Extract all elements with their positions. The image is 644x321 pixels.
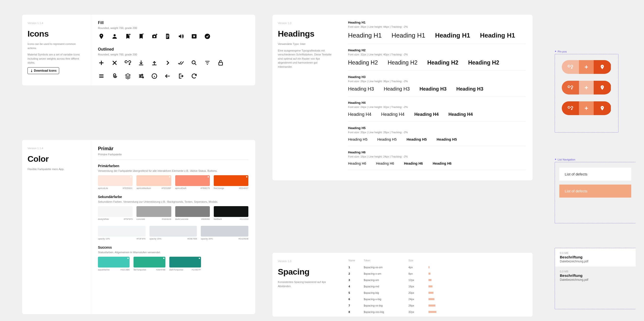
secondary-swatch-row-2: opacity 10%#F3F4F6 opacity 15%#E5E7EB op… bbox=[98, 226, 248, 240]
spacing-version: Version 1.0 bbox=[278, 260, 336, 262]
swatch-hex: #A6A6A6 bbox=[162, 218, 171, 220]
pin-pos-label: Pin-pos bbox=[554, 50, 567, 53]
fill-subtitle: Rounded, weight 700, grade 200 bbox=[98, 26, 248, 30]
success-desc: Statusfarben. Allgemeinen in Warnstufen … bbox=[98, 251, 248, 254]
heading-meta: Font size: 36px | Line height: 44px | Tr… bbox=[348, 25, 526, 28]
heading-sample-medium: Heading H5 bbox=[377, 137, 396, 141]
upload-icon bbox=[151, 60, 158, 66]
swatch-hex: #1A8D7F bbox=[192, 268, 201, 271]
heading-sample-semibold: Heading H2 bbox=[427, 60, 458, 66]
svg-point-8 bbox=[192, 60, 195, 64]
entry-size: 0,0 MB bbox=[560, 252, 631, 254]
svg-point-2 bbox=[154, 36, 155, 38]
swatch-hex: #E5E7EB bbox=[187, 238, 197, 240]
arrow-left-icon bbox=[164, 73, 171, 80]
done-all-icon bbox=[178, 60, 184, 66]
pill-variant-3[interactable] bbox=[562, 101, 611, 115]
swatch-name: liteTurquoise bbox=[134, 268, 146, 271]
camera-add-icon bbox=[151, 33, 158, 40]
heading-sample-semibold: Heading H4 bbox=[414, 112, 438, 117]
heading-meta: Font size: 32px | Line height: 40px | Tr… bbox=[348, 53, 526, 56]
swatch-hex: #EE4D07 bbox=[239, 187, 248, 190]
swatch-hex: #FEE6DC bbox=[123, 187, 133, 190]
list-nav-label: List Navigation bbox=[554, 158, 575, 161]
heading-sample-regular: Heading H2 bbox=[348, 60, 378, 66]
heading-sample-semibold: Heading H6 bbox=[404, 162, 423, 166]
heading-sample-regular: Heading H6 bbox=[348, 162, 366, 166]
plus-icon bbox=[98, 60, 105, 66]
swatch-name: dustyWhite bbox=[98, 218, 109, 220]
cancel-presentation-icon bbox=[191, 33, 198, 40]
heading-sample-regular: Heading H1 bbox=[348, 32, 382, 39]
swatch-name: apricotDark bbox=[175, 187, 186, 190]
swatch-hex: #F5F5F5 bbox=[124, 218, 133, 220]
heading-sample-regular: Heading H5 bbox=[348, 137, 368, 141]
swatch: darkTurquoise#1A8D7F bbox=[169, 257, 201, 271]
entry-item[interactable]: 0,0 MB Beschriftung Dateibezeichnung.pdf bbox=[555, 248, 636, 266]
outlined-icon-grid bbox=[98, 60, 226, 80]
heading-meta: Font size: 18px | Line height: 24px | Tr… bbox=[348, 155, 526, 158]
svg-rect-3 bbox=[167, 35, 169, 36]
menu-icon bbox=[98, 73, 105, 80]
swatch-name: apricotMedium bbox=[136, 187, 151, 190]
list-entry-frame: List Entry 0,0 MB Beschriftung Dateibeze… bbox=[555, 248, 636, 309]
pill-variant-1[interactable] bbox=[562, 60, 611, 74]
swatch: darkConcrete#808080 bbox=[175, 206, 210, 220]
person-icon bbox=[111, 33, 118, 40]
pill-variant-2[interactable] bbox=[562, 81, 611, 94]
filter-icon bbox=[204, 60, 211, 66]
swatch-hex: #D1D5DB bbox=[238, 238, 248, 240]
swatch: liteTurquoise#29AF8B bbox=[134, 257, 165, 271]
heading-meta: Font size: 28px | Line height: 36px | Tr… bbox=[348, 80, 526, 83]
primarfarben-desc: Verwendung der Farbpalette übergreifend … bbox=[98, 169, 248, 172]
layers-icon bbox=[124, 73, 131, 80]
list-item-active[interactable]: List of defects bbox=[559, 184, 631, 198]
entry-item-alt[interactable]: 0,0 MB Beschriftung Dateibezeichnung.pdf bbox=[555, 266, 636, 285]
list-item[interactable]: List of defects bbox=[559, 168, 631, 180]
heading-row: Heading H2 Font size: 32px | Line height… bbox=[348, 48, 526, 71]
swatch-hex: #F3F4F6 bbox=[136, 238, 146, 240]
headings-desc-2: Eine ausgewogene Typografieskala mit ver… bbox=[278, 48, 332, 69]
swatch-name: opacity 20% bbox=[201, 238, 213, 240]
svg-rect-5 bbox=[167, 37, 168, 38]
search-icon bbox=[191, 60, 198, 66]
icons-title: Icons bbox=[28, 29, 86, 38]
swatch-hex: #FB8D75 bbox=[200, 187, 210, 190]
heading-sample-bold: Heading H4 bbox=[448, 112, 473, 117]
sekundar-desc: Sekundären Farben. Verwendung zur Unters… bbox=[98, 200, 248, 203]
svg-rect-4 bbox=[167, 36, 169, 36]
heading-sample-semibold: Heading H3 bbox=[420, 86, 446, 92]
swatch: opacity 10%#F3F4F6 bbox=[98, 226, 146, 240]
entry-title: Beschriftung bbox=[560, 274, 631, 278]
swatch-name: apricotLite bbox=[98, 187, 108, 190]
swatch-name: opacity 15% bbox=[150, 238, 162, 240]
heading-sample-medium: Heading H6 bbox=[376, 162, 394, 166]
refresh-icon bbox=[191, 73, 198, 80]
swatch: apricotMedium#FED2BF bbox=[136, 175, 171, 190]
primar-title: Primär bbox=[98, 146, 248, 152]
heading-row: Heading H6 Font size: 18px | Line height… bbox=[348, 150, 526, 170]
heading-label: Heading H4 bbox=[348, 101, 526, 104]
spacing-row: 7 $spacing-xx-big 28px bbox=[348, 302, 525, 308]
list-navigation-frame: List Navigation List of defects List of … bbox=[555, 162, 636, 223]
check-circle-icon bbox=[204, 33, 211, 40]
entry-size: 0,0 MB bbox=[560, 270, 631, 273]
divider bbox=[98, 159, 248, 160]
attachment-icon bbox=[111, 73, 118, 80]
heading-sample-bold: Heading H5 bbox=[436, 137, 457, 141]
lock-icon bbox=[217, 60, 224, 66]
tune-icon bbox=[138, 73, 144, 80]
headings-card: Version 1.0 Headings Verwendete Typo: In… bbox=[272, 15, 532, 180]
icons-desc-2: Material Symbols are a set of variable i… bbox=[28, 52, 82, 65]
heading-sample-regular: Heading H3 bbox=[348, 86, 374, 92]
download-icons-button[interactable]: ⭳ Download Icons bbox=[28, 67, 59, 74]
headings-desc-1: Verwendete Typo: Inter bbox=[278, 42, 332, 46]
svg-point-12 bbox=[142, 77, 143, 78]
heading-sample-semibold: Heading H5 bbox=[406, 137, 427, 141]
heading-row: Heading H5 Font size: 20px | Line height… bbox=[348, 126, 526, 146]
primar-sub: Primäre Farbpalette bbox=[98, 153, 248, 156]
bookmark-remove-icon bbox=[138, 33, 144, 40]
heading-sample-bold: Heading H6 bbox=[433, 162, 452, 166]
swatch-name: opacity 10% bbox=[98, 238, 110, 240]
swatch-hex: #42C8B6 bbox=[120, 268, 130, 271]
